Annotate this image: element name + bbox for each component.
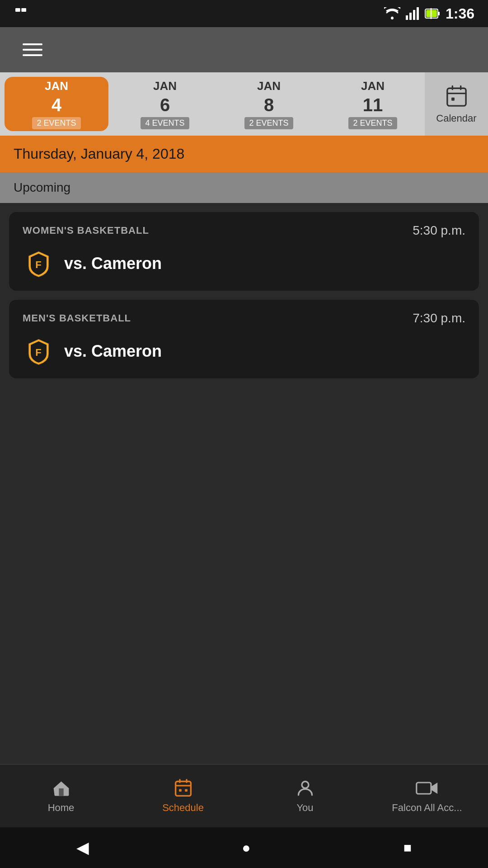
tab-events-3: 2 EVENTS xyxy=(348,117,397,129)
tab-month-0: JAN xyxy=(45,79,68,93)
sport-label-0: WOMEN'S BASKETBALL xyxy=(23,225,149,236)
calendar-tab[interactable]: Calendar xyxy=(425,72,488,136)
tab-month-2: JAN xyxy=(257,79,281,93)
svg-text:F: F xyxy=(35,259,41,270)
svg-rect-11 xyxy=(447,88,465,106)
tab-events-1: 4 EVENTS xyxy=(141,117,189,129)
event-time-0: 5:30 p.m. xyxy=(413,223,465,238)
tab-month-1: JAN xyxy=(153,79,177,93)
status-bar: 1:36 xyxy=(0,0,488,27)
video-icon xyxy=(416,778,438,798)
svg-rect-3 xyxy=(406,15,408,20)
calendar-label: Calendar xyxy=(436,113,476,124)
opponent-name-0: vs. Cameron xyxy=(64,254,162,273)
recents-button[interactable]: ■ xyxy=(404,840,412,855)
svg-rect-19 xyxy=(417,783,431,794)
svg-rect-16 xyxy=(179,789,182,792)
team-logo-0: F xyxy=(23,248,54,279)
home-button[interactable]: ● xyxy=(242,840,250,856)
events-container: WOMEN'S BASKETBALL 5:30 p.m. F vs. Camer… xyxy=(0,203,488,764)
event-card-header-0: WOMEN'S BASKETBALL 5:30 p.m. xyxy=(23,223,465,238)
status-icons: 1:36 xyxy=(384,5,474,22)
nav-label-home: Home xyxy=(48,802,75,814)
svg-point-18 xyxy=(302,782,309,788)
team-logo-svg-0: F xyxy=(24,249,53,278)
tab-month-3: JAN xyxy=(361,79,385,93)
date-tab-jan11[interactable]: JAN 11 2 EVENTS xyxy=(321,72,425,136)
event-card-header-1: MEN'S BASKETBALL 7:30 p.m. xyxy=(23,311,465,326)
event-card-womens-basketball[interactable]: WOMEN'S BASKETBALL 5:30 p.m. F vs. Camer… xyxy=(9,212,479,291)
team-logo-1: F xyxy=(23,335,54,367)
date-tab-jan6[interactable]: JAN 6 4 EVENTS xyxy=(113,72,217,136)
nav-item-home[interactable]: Home xyxy=(0,774,122,818)
date-tab-jan4[interactable]: JAN 4 2 EVENTS xyxy=(5,77,108,131)
person-icon xyxy=(295,778,315,798)
calendar-icon xyxy=(444,84,469,109)
svg-rect-1 xyxy=(21,8,26,12)
home-icon xyxy=(51,778,71,798)
svg-rect-8 xyxy=(438,12,440,15)
nav-label-schedule: Schedule xyxy=(162,802,204,814)
tab-day-2: 8 xyxy=(264,95,274,115)
notification-icon xyxy=(14,6,28,23)
svg-rect-6 xyxy=(417,7,419,20)
status-time: 1:36 xyxy=(446,5,474,22)
sport-label-1: MEN'S BASKETBALL xyxy=(23,312,131,324)
date-tabs: JAN 4 2 EVENTS JAN 6 4 EVENTS JAN 8 2 EV… xyxy=(0,72,488,136)
svg-rect-15 xyxy=(175,782,191,796)
upcoming-label: Upcoming xyxy=(14,180,70,194)
svg-point-2 xyxy=(391,17,394,19)
upcoming-section: Upcoming xyxy=(0,172,488,203)
event-time-1: 7:30 p.m. xyxy=(413,311,465,326)
hamburger-button[interactable] xyxy=(18,39,47,61)
tab-events-2: 2 EVENTS xyxy=(244,117,293,129)
app-bar xyxy=(0,27,488,72)
nav-item-you[interactable]: You xyxy=(244,774,366,818)
tab-day-0: 4 xyxy=(52,95,61,115)
svg-rect-4 xyxy=(409,13,412,20)
nav-label-falcon: Falcon All Acc... xyxy=(392,802,462,814)
android-nav: ◀ ● ■ xyxy=(0,827,488,868)
schedule-icon xyxy=(173,778,193,798)
svg-rect-5 xyxy=(413,10,415,20)
svg-rect-17 xyxy=(185,789,188,792)
back-button[interactable]: ◀ xyxy=(76,838,89,857)
tab-day-3: 11 xyxy=(363,95,383,115)
tab-events-0: 2 EVENTS xyxy=(32,117,80,129)
opponent-name-1: vs. Cameron xyxy=(64,342,162,361)
date-header-text: Thursday, January 4, 2018 xyxy=(14,146,184,162)
bottom-nav: Home Schedule You Falcon All Acc... xyxy=(0,764,488,827)
date-header: Thursday, January 4, 2018 xyxy=(0,136,488,172)
signal-icon xyxy=(406,7,419,20)
event-details-0: F vs. Cameron xyxy=(23,248,465,279)
team-logo-svg-1: F xyxy=(24,337,53,366)
event-details-1: F vs. Cameron xyxy=(23,335,465,367)
svg-text:F: F xyxy=(35,347,41,358)
svg-rect-12 xyxy=(451,97,455,100)
tab-day-1: 6 xyxy=(160,95,170,115)
svg-rect-0 xyxy=(15,8,20,12)
date-tab-jan8[interactable]: JAN 8 2 EVENTS xyxy=(217,72,321,136)
wifi-icon xyxy=(384,7,400,20)
battery-icon xyxy=(425,7,440,20)
nav-label-you: You xyxy=(296,802,313,814)
nav-item-schedule[interactable]: Schedule xyxy=(122,774,244,818)
event-card-mens-basketball[interactable]: MEN'S BASKETBALL 7:30 p.m. F vs. Cameron xyxy=(9,300,479,378)
nav-item-falcon[interactable]: Falcon All Acc... xyxy=(366,774,488,818)
